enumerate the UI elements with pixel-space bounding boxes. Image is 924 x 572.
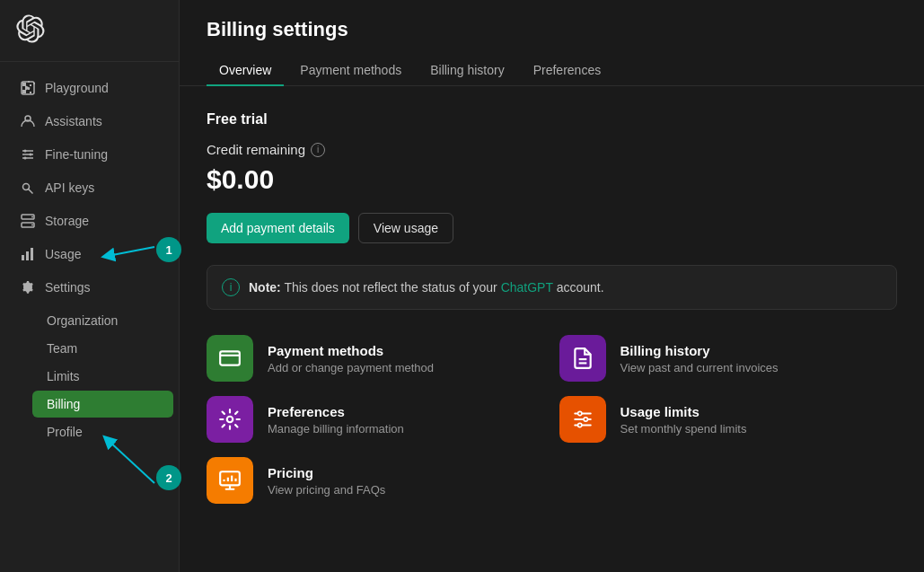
card-desc-billing-history: View past and current invoices: [620, 361, 779, 374]
svg-point-4: [24, 157, 27, 160]
card-title-billing-history: Billing history: [620, 343, 779, 358]
sidebar-item-usage-label: Usage: [45, 247, 81, 261]
cards-grid: Payment methods Add or change payment me…: [207, 335, 897, 504]
card-desc-preferences: Manage billing information: [268, 422, 404, 436]
overview-content: Free trial Credit remaining i $0.00 Add …: [180, 86, 924, 529]
card-text-pricing: Pricing View pricing and FAQs: [268, 465, 385, 497]
note-box: i Note: This does not reflect the status…: [207, 265, 897, 310]
card-icon-payment: [207, 335, 253, 382]
svg-point-9: [31, 224, 33, 226]
sub-nav-organization[interactable]: Organization: [32, 307, 173, 334]
svg-point-8: [31, 216, 33, 218]
sidebar-item-playground[interactable]: Playground: [5, 72, 173, 104]
card-desc-payment: Add or change payment method: [268, 361, 434, 374]
page-header: Billing settings Overview Payment method…: [180, 0, 924, 86]
card-icon-usage-limits: [559, 396, 606, 443]
tab-overview[interactable]: Overview: [207, 56, 284, 86]
card-title-preferences: Preferences: [268, 404, 404, 419]
sidebar-item-api-keys-label: API keys: [45, 180, 94, 195]
svg-point-20: [577, 411, 581, 415]
page-title: Billing settings: [207, 18, 897, 41]
card-text-usage-limits: Usage limits Set monthly spend limits: [620, 404, 747, 436]
svg-point-2: [24, 150, 27, 153]
card-text-payment: Payment methods Add or change payment me…: [268, 343, 434, 374]
note-text: Note: This does not reflect the status o…: [249, 280, 604, 295]
sidebar-navigation: Playground Assistants: [0, 62, 179, 572]
sub-navigation: Organization Team Limits Billing Profile: [0, 304, 179, 448]
card-title-usage-limits: Usage limits: [620, 404, 747, 419]
tab-bar: Overview Payment methods Billing history…: [207, 56, 897, 85]
tab-billing-history[interactable]: Billing history: [418, 56, 516, 86]
sub-nav-limits[interactable]: Limits: [32, 363, 173, 390]
sub-nav-billing[interactable]: Billing: [32, 391, 173, 418]
svg-rect-13: [220, 351, 240, 365]
sidebar-item-fine-tuning[interactable]: Fine-tuning: [5, 138, 173, 171]
tab-payment-methods[interactable]: Payment methods: [287, 56, 414, 86]
sidebar-item-storage[interactable]: Storage: [5, 205, 173, 237]
card-text-billing-history: Billing history View past and current in…: [620, 343, 779, 374]
credit-amount: $0.00: [207, 164, 897, 195]
card-desc-usage-limits: Set monthly spend limits: [620, 422, 747, 436]
sidebar-item-playground-label: Playground: [45, 81, 109, 95]
card-icon-billing-history: [559, 335, 606, 382]
play-icon: [20, 80, 36, 96]
sidebar-item-assistants[interactable]: Assistants: [5, 105, 173, 137]
svg-rect-10: [22, 255, 24, 260]
action-buttons: Add payment details View usage: [207, 213, 897, 243]
sidebar-item-settings[interactable]: Settings: [5, 271, 173, 304]
card-icon-pricing: [207, 457, 253, 504]
card-payment-methods[interactable]: Payment methods Add or change payment me…: [207, 335, 545, 382]
svg-point-16: [227, 417, 233, 423]
sidebar-item-usage[interactable]: Usage: [5, 238, 173, 270]
svg-point-21: [584, 418, 587, 421]
card-preferences[interactable]: Preferences Manage billing information: [207, 396, 545, 443]
sidebar-item-api-keys[interactable]: API keys: [5, 172, 173, 204]
chart-icon: [20, 246, 36, 262]
sidebar-item-assistants-label: Assistants: [45, 114, 102, 128]
svg-point-22: [577, 423, 581, 427]
note-bold: Note:: [249, 280, 281, 295]
sidebar-item-fine-tuning-label: Fine-tuning: [45, 147, 108, 162]
note-icon: i: [222, 278, 240, 296]
card-title-pricing: Pricing: [268, 465, 385, 480]
svg-rect-11: [26, 251, 29, 260]
tune-icon: [20, 146, 36, 163]
section-title: Free trial: [207, 111, 897, 128]
card-pricing[interactable]: Pricing View pricing and FAQs: [207, 457, 545, 504]
card-desc-pricing: View pricing and FAQs: [268, 483, 385, 497]
storage-icon: [20, 213, 36, 229]
card-text-preferences: Preferences Manage billing information: [268, 404, 404, 436]
credit-label-row: Credit remaining i: [207, 142, 897, 157]
svg-point-3: [30, 154, 32, 156]
key-icon: [20, 180, 36, 196]
card-usage-limits[interactable]: Usage limits Set monthly spend limits: [559, 396, 898, 443]
sidebar: Playground Assistants: [0, 0, 180, 572]
sidebar-item-storage-label: Storage: [45, 214, 89, 228]
chatgpt-link[interactable]: ChatGPT: [501, 280, 553, 295]
main-content: Billing settings Overview Payment method…: [180, 0, 924, 572]
card-icon-preferences: [207, 396, 253, 443]
assistant-icon: [20, 113, 36, 129]
credit-label-text: Credit remaining: [207, 142, 305, 157]
sidebar-item-settings-label: Settings: [45, 280, 91, 295]
tab-preferences[interactable]: Preferences: [521, 56, 613, 86]
logo[interactable]: [0, 0, 179, 62]
svg-rect-12: [31, 248, 33, 260]
info-icon[interactable]: i: [311, 143, 325, 157]
card-title-payment: Payment methods: [268, 343, 434, 358]
card-billing-history[interactable]: Billing history View past and current in…: [559, 335, 898, 382]
sub-nav-team[interactable]: Team: [32, 335, 173, 362]
svg-rect-23: [220, 471, 240, 485]
add-payment-button[interactable]: Add payment details: [207, 213, 349, 243]
gear-icon: [20, 279, 36, 295]
svg-point-5: [23, 184, 30, 190]
sub-nav-profile[interactable]: Profile: [32, 418, 173, 445]
view-usage-button[interactable]: View usage: [358, 213, 453, 243]
